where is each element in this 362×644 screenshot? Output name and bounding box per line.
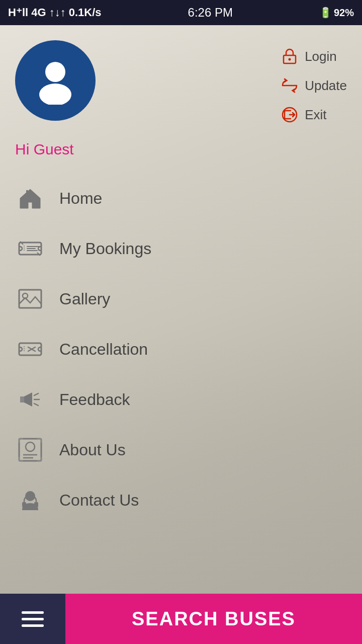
svg-point-3 — [289, 58, 291, 61]
greeting-text: Hi Guest — [0, 131, 362, 163]
update-button[interactable]: Update — [281, 74, 347, 97]
home-icon — [15, 183, 45, 213]
status-bar: H⁺ll 4G ↑↓↑ 0.1K/s 6:26 PM 🔋 92% — [0, 0, 362, 25]
gallery-icon — [15, 284, 45, 314]
speed-indicator: 0.1K/s — [69, 6, 102, 19]
login-label: Login — [305, 49, 337, 64]
update-label: Update — [305, 78, 347, 94]
main-content: Login Update — [0, 25, 362, 619]
svg-rect-11 — [19, 290, 41, 308]
menu-label-about: About Us — [59, 441, 126, 459]
signal-icon: H⁺ll 4G ↑↓↑ — [8, 6, 66, 19]
menu-item-contact[interactable]: Contact Us — [0, 475, 362, 525]
megaphone-icon — [15, 384, 45, 415]
hamburger-icon — [22, 611, 44, 627]
menu-item-home[interactable]: Home — [0, 173, 362, 223]
svg-rect-27 — [34, 502, 38, 507]
svg-rect-6 — [26, 190, 28, 192]
hamburger-line-3 — [22, 624, 44, 627]
hamburger-line-1 — [22, 611, 44, 614]
svg-point-22 — [26, 442, 35, 451]
menu-item-feedback[interactable]: Feedback — [0, 374, 362, 425]
cancellation-icon — [15, 334, 45, 364]
menu-item-about[interactable]: About Us — [0, 425, 362, 475]
svg-rect-26 — [22, 502, 26, 507]
action-buttons: Login Update — [281, 40, 347, 126]
menu-item-cancellation[interactable]: Cancellation — [0, 324, 362, 374]
hamburger-button[interactable] — [0, 594, 65, 644]
top-section: Login Update — [0, 25, 362, 131]
menu-label-bookings: My Bookings — [59, 239, 151, 258]
menu-list: Home My Bookings — [0, 163, 362, 619]
about-icon — [15, 435, 45, 465]
menu-label-contact: Contact Us — [59, 491, 139, 510]
menu-label-gallery: Gallery — [59, 290, 110, 308]
hamburger-line-2 — [22, 618, 44, 620]
ticket-icon — [15, 233, 45, 264]
menu-label-cancellation: Cancellation — [59, 340, 148, 359]
lock-icon — [281, 47, 299, 65]
exit-label: Exit — [305, 107, 326, 123]
search-buses-button[interactable]: SEARCH BUSES — [65, 594, 362, 644]
svg-point-0 — [45, 62, 65, 82]
user-avatar-icon — [30, 54, 80, 107]
battery-level: 92% — [334, 7, 354, 19]
menu-label-feedback: Feedback — [59, 390, 130, 409]
svg-line-18 — [34, 393, 38, 395]
update-icon — [281, 76, 299, 95]
headset-icon — [15, 485, 45, 515]
clock: 6:26 PM — [188, 6, 233, 20]
exit-icon — [281, 106, 299, 124]
svg-line-20 — [34, 404, 38, 406]
login-button[interactable]: Login — [281, 45, 347, 67]
menu-item-gallery[interactable]: Gallery — [0, 274, 362, 324]
bottom-bar: SEARCH BUSES — [0, 594, 362, 644]
avatar — [15, 40, 96, 121]
status-left: H⁺ll 4G ↑↓↑ 0.1K/s — [8, 6, 102, 19]
menu-label-home: Home — [59, 189, 102, 208]
battery-icon: 🔋 — [319, 7, 332, 19]
exit-button[interactable]: Exit — [281, 104, 347, 126]
menu-item-bookings[interactable]: My Bookings — [0, 223, 362, 274]
svg-point-1 — [39, 84, 71, 105]
status-right: 🔋 92% — [319, 7, 354, 19]
search-buses-label: SEARCH BUSES — [132, 608, 296, 630]
svg-rect-17 — [20, 396, 24, 403]
